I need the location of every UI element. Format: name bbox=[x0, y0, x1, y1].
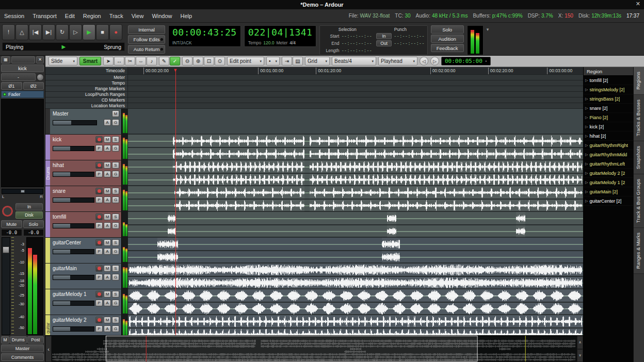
solo-button[interactable]: Solo bbox=[23, 220, 44, 228]
track-g-button[interactable]: G bbox=[112, 222, 119, 229]
track-s-button[interactable]: S bbox=[112, 136, 119, 143]
zoom-in-button[interactable]: ⊕ bbox=[193, 57, 203, 65]
disclosure-triangle-icon[interactable]: ▷ bbox=[585, 134, 588, 138]
metronome-button[interactable]: △ bbox=[15, 24, 28, 40]
goto-start-button[interactable]: |◀ bbox=[29, 24, 42, 40]
disclosure-triangle-icon[interactable]: ▷ bbox=[585, 162, 588, 166]
mixer-close-button[interactable]: ✕ bbox=[36, 56, 44, 63]
secondary-clock[interactable]: 022|04|1341 Tempo 120.0 Meter 4/4 bbox=[244, 25, 317, 47]
disclosure-triangle-icon[interactable]: ▷ bbox=[585, 78, 588, 83]
track-header-guitarmelody-1[interactable]: guitarMelody 1MSPAG bbox=[45, 289, 128, 315]
phase-invert-1-button[interactable]: Ø1 bbox=[1, 82, 22, 90]
internal-edit-tool[interactable]: ✓ bbox=[170, 57, 180, 65]
region-item-guitarmain-2[interactable]: ▷guitarMain [2] bbox=[584, 187, 633, 196]
track-header-kick[interactable]: kickMSPAG bbox=[45, 135, 128, 160]
tempo-value[interactable]: 120.0 bbox=[263, 40, 274, 45]
group-strip[interactable] bbox=[45, 264, 50, 289]
track-canvas-guitarmain[interactable] bbox=[128, 264, 583, 289]
record-button[interactable]: ● bbox=[109, 24, 122, 40]
zoom-focus-button[interactable]: ⊙ bbox=[215, 57, 225, 65]
draw-tool[interactable]: ✎ bbox=[159, 57, 169, 65]
nav-back-button[interactable]: ◁ bbox=[420, 57, 428, 65]
record-enable-button[interactable] bbox=[95, 239, 103, 246]
track-gain-fader[interactable] bbox=[53, 275, 94, 280]
track-gain-fader[interactable] bbox=[53, 301, 94, 306]
summary-canvas[interactable] bbox=[52, 336, 577, 361]
disclosure-triangle-icon[interactable]: ▷ bbox=[585, 97, 588, 101]
track-m-button[interactable]: M bbox=[104, 188, 111, 194]
track-a-button[interactable]: A bbox=[104, 145, 111, 152]
track-m-button[interactable]: M bbox=[104, 213, 111, 220]
track-g-button[interactable]: G bbox=[112, 248, 119, 255]
ruler-cd-markers-lane[interactable] bbox=[128, 97, 583, 103]
track-s-button[interactable]: S bbox=[112, 317, 119, 323]
gain-display[interactable]: -0.0 bbox=[1, 229, 22, 236]
record-enable-button[interactable] bbox=[95, 317, 103, 323]
track-canvas-hihat[interactable] bbox=[128, 160, 583, 186]
waveform-canvas[interactable] bbox=[128, 264, 583, 289]
meter-value[interactable]: 4/4 bbox=[289, 40, 296, 45]
disclosure-triangle-icon[interactable]: ▷ bbox=[585, 143, 588, 147]
record-enable-button[interactable] bbox=[2, 206, 13, 217]
mixer-tab-post[interactable]: Post bbox=[27, 336, 44, 343]
region-item-guitarmelody-1-2[interactable]: ▷guitarMelody 1 [2 bbox=[584, 178, 633, 187]
monitor-disk-button[interactable]: Disk bbox=[15, 211, 43, 219]
punch-out-value[interactable]: --:--:--:-- bbox=[394, 41, 425, 46]
record-enable-button[interactable] bbox=[95, 265, 103, 272]
selection-length-value[interactable]: --:--:--:-- bbox=[341, 48, 372, 53]
track-gain-fader[interactable] bbox=[53, 223, 94, 228]
region-item-hihat-2[interactable]: ▷hihat [2] bbox=[584, 131, 633, 141]
group-strip[interactable] bbox=[45, 289, 50, 315]
ruler-range-markers-lane[interactable] bbox=[128, 86, 583, 92]
track-a-button[interactable]: A bbox=[104, 222, 111, 229]
gain-fader[interactable] bbox=[2, 237, 10, 335]
region-item-guitarrhythmright[interactable]: ▷guitarRhythmRight bbox=[584, 141, 633, 150]
track-gain-fader[interactable] bbox=[53, 326, 94, 332]
menu-help[interactable]: Help bbox=[176, 13, 197, 19]
pan-slider[interactable] bbox=[2, 189, 43, 194]
group-strip[interactable] bbox=[45, 186, 50, 211]
processor-fader-entry[interactable]: Fader bbox=[1, 91, 44, 98]
marker-combo[interactable]: •▾ bbox=[266, 57, 280, 65]
track-canvas-snare[interactable] bbox=[128, 186, 583, 212]
track-g-button[interactable]: G bbox=[112, 196, 119, 203]
play-button[interactable]: ▶ bbox=[83, 24, 95, 40]
shuttle-mode-label[interactable]: Sprung bbox=[104, 44, 121, 50]
zoom-out-button[interactable]: ⊖ bbox=[182, 57, 192, 65]
phase-invert-2-button[interactable]: Ø2 bbox=[23, 82, 44, 90]
grid-mode-combo[interactable]: Grid▾ bbox=[305, 57, 330, 65]
waveform-canvas[interactable] bbox=[128, 160, 583, 186]
mixer-tab-m[interactable]: M bbox=[1, 336, 9, 343]
track-s-button[interactable]: S bbox=[112, 265, 119, 272]
grab-tool[interactable]: ➤ bbox=[103, 57, 114, 65]
audition-tool[interactable]: ♪ bbox=[147, 57, 157, 65]
track-p-button[interactable]: P bbox=[95, 325, 103, 332]
waveform-canvas[interactable] bbox=[128, 315, 583, 335]
track-g-button[interactable]: G bbox=[112, 274, 119, 281]
record-enable-button[interactable] bbox=[95, 213, 103, 220]
region-item-stringsmelody-2[interactable]: ▷stringsMelody [2] bbox=[584, 85, 633, 94]
processor-active-led[interactable] bbox=[3, 93, 6, 96]
track-header-snare[interactable]: snareMSPAG bbox=[45, 186, 128, 212]
track-m-button[interactable]: M bbox=[104, 265, 111, 272]
summary-zoom-in-button[interactable]: ∧ bbox=[577, 336, 583, 349]
track-canvas-guitarmelody-2[interactable] bbox=[128, 315, 583, 335]
record-enable-button[interactable] bbox=[95, 162, 103, 169]
track-s-button[interactable]: S bbox=[112, 188, 119, 194]
waveform-canvas[interactable] bbox=[128, 289, 583, 315]
goto-end-button[interactable]: ▶| bbox=[42, 24, 55, 40]
stretch-tool[interactable]: ⇔ bbox=[136, 57, 146, 65]
track-a-button[interactable]: A bbox=[104, 248, 111, 255]
track-m-button[interactable]: M bbox=[104, 317, 111, 323]
midi-panic-button[interactable]: ! bbox=[2, 24, 15, 40]
punch-in-button[interactable]: In bbox=[376, 33, 392, 39]
track-g-button[interactable]: G bbox=[112, 325, 119, 332]
waveform-canvas[interactable] bbox=[128, 135, 583, 160]
record-enable-button[interactable] bbox=[95, 188, 103, 194]
group-strip[interactable]: guitar bbox=[45, 315, 50, 335]
mixer-tab-drums[interactable]: Drums bbox=[10, 336, 27, 343]
track-m-button[interactable]: M bbox=[104, 162, 111, 169]
range-tool[interactable]: ↔ bbox=[114, 57, 124, 65]
track-canvas-tomfill[interactable] bbox=[128, 212, 583, 238]
toggle-follow-edits[interactable]: Follow Edits bbox=[128, 35, 165, 44]
